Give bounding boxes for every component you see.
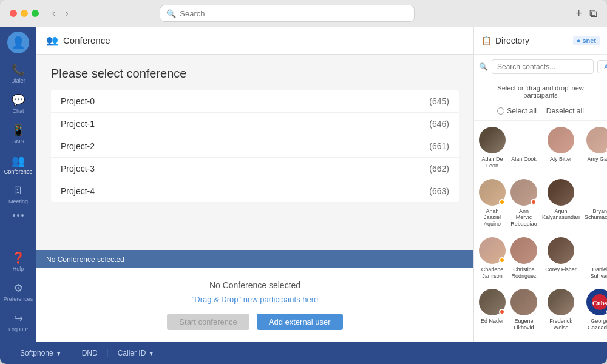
sidebar-label-preferences: Preferences bbox=[4, 296, 33, 302]
contact-name-adan: Adan De Leon bbox=[479, 156, 506, 169]
callerid-control[interactable]: Caller ID ▼ bbox=[108, 349, 165, 357]
conference-header-title: Conference bbox=[63, 35, 110, 46]
directory-icon: 📋 bbox=[481, 36, 492, 46]
table-row[interactable]: Project-2 (661) bbox=[51, 135, 459, 158]
conference-header: 👥 Conference bbox=[36, 27, 473, 55]
contact-name-daniel: Daniel Sullivan bbox=[585, 266, 607, 280]
dot-3 bbox=[21, 214, 24, 217]
search-contacts-input[interactable] bbox=[492, 59, 594, 74]
directory-hint: Select or 'drag and drop' new participan… bbox=[474, 79, 607, 104]
list-item[interactable]: DS Daniel Sullivan bbox=[585, 237, 607, 285]
start-conference-button[interactable]: Start conference bbox=[167, 314, 249, 330]
conference-list-title: Please select conference bbox=[51, 67, 459, 81]
titlebar: ‹ › 🔍 + ⧉ bbox=[0, 0, 607, 27]
contact-name-corey: Corey Fisher bbox=[545, 266, 577, 273]
search-contacts-icon: 🔍 bbox=[479, 62, 488, 71]
contact-name-anah: Anah Jaaziel Aquino bbox=[479, 208, 506, 228]
select-deselect-row: Select all Deselect all bbox=[474, 104, 607, 121]
logo-text: snet bbox=[582, 37, 596, 44]
dot-1 bbox=[13, 214, 15, 217]
list-item[interactable]: Ann Mervic Rebuquiao bbox=[510, 179, 537, 232]
main-content: 👤 📞 Dialer 💬 Chat 📱 SMS 👥 Conference 🗓 M… bbox=[0, 27, 607, 342]
status-text: No Conference selected bbox=[46, 255, 124, 264]
drop-zone-buttons: Start conference Add external user bbox=[167, 314, 342, 330]
list-item[interactable]: Frederick Weiss bbox=[542, 289, 580, 336]
project-num-2: (661) bbox=[429, 141, 449, 151]
project-num-1: (646) bbox=[429, 119, 449, 129]
sidebar-item-dialer[interactable]: 📞 Dialer bbox=[0, 58, 36, 89]
contact-name-ed: Ed Nader bbox=[481, 318, 504, 325]
contact-name-christina: Christina Rodriguez bbox=[510, 266, 537, 280]
sms-icon: 📱 bbox=[12, 124, 25, 137]
deselect-all-button[interactable]: Deselect all bbox=[546, 107, 584, 115]
sidebar-item-logout[interactable]: ↪ Log Out bbox=[0, 307, 36, 337]
help-icon: ❓ bbox=[12, 251, 25, 265]
list-item[interactable]: Charlene Jamison bbox=[479, 237, 506, 285]
sidebar: 👤 📞 Dialer 💬 Chat 📱 SMS 👥 Conference 🗓 M… bbox=[0, 27, 36, 342]
sidebar-item-chat[interactable]: 💬 Chat bbox=[0, 89, 36, 119]
sidebar-item-help[interactable]: ❓ Help bbox=[0, 246, 36, 277]
add-external-user-button[interactable]: Add external user bbox=[257, 314, 343, 330]
avatar[interactable]: 👤 bbox=[7, 32, 29, 53]
project-name-1: Project-1 bbox=[61, 119, 95, 129]
sidebar-label-dialer: Dialer bbox=[11, 78, 25, 84]
sidebar-label-conference: Conference bbox=[4, 169, 33, 175]
contact-name-amy: Amy Gallo bbox=[588, 156, 607, 163]
sidebar-label-chat: Chat bbox=[12, 108, 24, 114]
nav-buttons: ‹ › bbox=[49, 7, 72, 20]
sidebar-item-sms[interactable]: 📱 SMS bbox=[0, 119, 36, 149]
logo-icon: ● bbox=[577, 37, 581, 44]
maximize-button[interactable] bbox=[32, 10, 39, 17]
table-row[interactable]: Project-4 (663) bbox=[51, 180, 459, 202]
window-icon[interactable]: ⧉ bbox=[589, 7, 597, 20]
project-num-3: (662) bbox=[429, 164, 449, 174]
list-item[interactable]: Anah Jaaziel Aquino bbox=[479, 179, 506, 232]
close-button[interactable] bbox=[10, 10, 17, 17]
list-item[interactable]: Amy Gallo bbox=[585, 127, 607, 174]
list-item[interactable]: Aly Bitter bbox=[542, 127, 580, 174]
list-item[interactable]: AC Alan Cook bbox=[510, 127, 537, 174]
initials-avatar-ac: AC bbox=[510, 127, 537, 153]
list-item[interactable]: Corey Fisher bbox=[542, 237, 580, 285]
directory-search: 🔍 All Departments bbox=[474, 55, 607, 79]
contact-name-ann: Ann Mervic Rebuquiao bbox=[510, 208, 537, 228]
conference-icon: 👥 bbox=[12, 154, 25, 167]
meeting-icon: 🗓 bbox=[13, 184, 24, 197]
table-row[interactable]: Project-3 (662) bbox=[51, 158, 459, 180]
drop-zone: No Conference selected "Drag & Drop" new… bbox=[36, 268, 473, 342]
list-item[interactable]: Eugene Likhovid bbox=[510, 289, 537, 336]
radio-icon bbox=[497, 107, 504, 115]
search-input[interactable] bbox=[180, 9, 408, 18]
table-row[interactable]: Project-0 (645) bbox=[51, 90, 459, 113]
sidebar-item-preferences[interactable]: ⚙ Preferences bbox=[0, 277, 36, 307]
sidebar-item-meeting[interactable]: 🗓 Meeting bbox=[0, 180, 36, 209]
list-item[interactable]: Adan De Leon bbox=[479, 127, 506, 174]
select-all-control[interactable]: Select all bbox=[497, 107, 537, 115]
drop-zone-link[interactable]: "Drag & Drop" new participants here bbox=[192, 295, 319, 304]
logout-icon: ↪ bbox=[14, 312, 23, 325]
more-menu[interactable] bbox=[10, 209, 26, 221]
conference-header-icon: 👥 bbox=[46, 35, 58, 46]
list-item[interactable]: BS Bryan Schumacher bbox=[585, 179, 607, 232]
status-bar: No Conference selected bbox=[36, 250, 473, 268]
department-select[interactable]: All Departments bbox=[597, 60, 607, 73]
dnd-control[interactable]: DND bbox=[72, 349, 108, 357]
add-icon[interactable]: + bbox=[575, 7, 582, 20]
initials-avatar-bs: BS bbox=[586, 179, 607, 206]
softphone-control[interactable]: Softphone ▼ bbox=[10, 349, 72, 357]
back-button[interactable]: ‹ bbox=[49, 7, 59, 20]
list-item[interactable]: Cubs George Gazdacka bbox=[585, 289, 607, 336]
list-item[interactable]: Arjun Kalyanasundari bbox=[542, 179, 580, 232]
contact-name-arjun: Arjun Kalyanasundari bbox=[542, 208, 580, 221]
sidebar-item-conference[interactable]: 👥 Conference bbox=[0, 149, 36, 180]
softphone-arrow: ▼ bbox=[56, 350, 62, 357]
project-num-0: (645) bbox=[429, 96, 449, 106]
forward-button[interactable]: › bbox=[61, 7, 72, 20]
project-name-4: Project-4 bbox=[61, 186, 95, 196]
chat-icon: 💬 bbox=[12, 93, 25, 107]
table-row[interactable]: Project-1 (646) bbox=[51, 113, 459, 135]
list-item[interactable]: Christina Rodriguez bbox=[510, 237, 537, 285]
list-item[interactable]: Ed Nader bbox=[479, 289, 506, 336]
minimize-button[interactable] bbox=[21, 10, 28, 17]
contact-name-charlene: Charlene Jamison bbox=[479, 266, 506, 280]
